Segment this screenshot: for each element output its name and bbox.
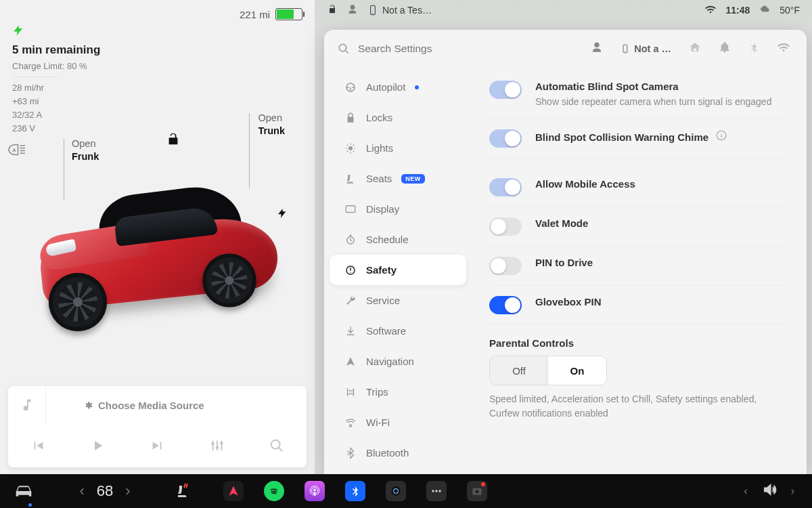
info-icon[interactable] bbox=[715, 129, 727, 144]
svg-point-1 bbox=[211, 442, 214, 445]
volume-icon[interactable] bbox=[761, 482, 777, 500]
car-area: Open Frunk Open Trunk bbox=[14, 112, 301, 356]
sidebar-item-schedule[interactable]: Schedule bbox=[330, 224, 466, 255]
hdr-homelink-icon[interactable] bbox=[689, 41, 701, 56]
dock-app-nav[interactable] bbox=[223, 481, 244, 501]
bottom-dock: ‹ 68 › ‹ › bbox=[0, 474, 812, 508]
svg-point-5 bbox=[372, 13, 373, 14]
sidebar-item-autopilot[interactable]: Autopilot bbox=[330, 72, 466, 102]
label-mobile-access: Allow Mobile Access bbox=[535, 178, 789, 190]
search-input[interactable] bbox=[358, 43, 507, 55]
sidebar-item-navigation[interactable]: Navigation bbox=[330, 346, 466, 377]
dock-seat-heat-button[interactable] bbox=[162, 482, 203, 501]
toggle-mobile-access[interactable] bbox=[489, 178, 522, 196]
hdr-bluetooth-icon[interactable] bbox=[748, 41, 759, 56]
dock-indicator-dot-icon bbox=[28, 503, 32, 507]
range-text: 221 mi bbox=[240, 9, 270, 20]
toggle-pin-to-drive[interactable] bbox=[489, 257, 522, 275]
media-next-button[interactable] bbox=[127, 438, 187, 453]
status-lock-icon[interactable] bbox=[327, 4, 338, 17]
media-prev-button[interactable] bbox=[8, 438, 68, 453]
bolt-icon bbox=[12, 23, 302, 42]
label-pin-to-drive: PIN to Drive bbox=[535, 257, 789, 268]
sidebar-item-lights[interactable]: Lights bbox=[330, 133, 466, 163]
parental-heading: Parental Controls bbox=[489, 337, 789, 349]
car-model-render[interactable] bbox=[34, 173, 284, 329]
dot-indicator-icon bbox=[415, 85, 419, 89]
status-user-icon[interactable] bbox=[347, 4, 358, 17]
toggle-glovebox-pin[interactable] bbox=[489, 296, 522, 314]
dock-car-button[interactable] bbox=[0, 482, 47, 501]
toggle-valet-mode[interactable] bbox=[489, 217, 522, 236]
parental-toggle: Off On bbox=[489, 356, 607, 385]
frunk-button[interactable]: Open Frunk bbox=[72, 137, 99, 163]
temp-up-button[interactable]: › bbox=[125, 482, 130, 500]
charge-added: +63 mi bbox=[12, 95, 60, 108]
sidebar-item-wifi[interactable]: Wi-Fi bbox=[330, 407, 466, 438]
sidebar-item-display[interactable]: Display bbox=[330, 194, 466, 224]
dock-app-bluetooth[interactable] bbox=[345, 481, 365, 501]
svg-point-21 bbox=[438, 490, 441, 492]
choose-media-source[interactable]: ✱ Choose Media Source bbox=[46, 400, 307, 411]
sidebar-item-locks[interactable]: Locks bbox=[330, 102, 466, 133]
hdr-device[interactable]: Not a … bbox=[621, 43, 671, 55]
svg-point-20 bbox=[435, 490, 437, 492]
dock-app-spotify[interactable] bbox=[264, 481, 284, 501]
sub-blindspot-camera: Show side repeater camera when turn sign… bbox=[535, 95, 789, 108]
status-bar: Not a Tes… 11:48 50°F bbox=[315, 0, 812, 20]
parental-off-button[interactable]: Off bbox=[490, 356, 548, 385]
toggle-blindspot-camera[interactable] bbox=[489, 81, 522, 99]
status-weather-icon[interactable] bbox=[759, 4, 770, 17]
sidebar-item-safety[interactable]: Safety bbox=[330, 255, 466, 285]
sidebar-item-trips[interactable]: Trips bbox=[330, 377, 466, 407]
settings-overlay: Not a … Autopilot Locks Lights SeatsNEW … bbox=[315, 20, 812, 474]
vol-down-button[interactable]: ‹ bbox=[744, 485, 747, 497]
search-wrap[interactable] bbox=[331, 43, 591, 55]
settings-modal: Not a … Autopilot Locks Lights SeatsNEW … bbox=[324, 30, 807, 474]
parental-desc: Speed limited, Acceleration set to Chill… bbox=[489, 392, 789, 421]
sidebar-item-service[interactable]: Service bbox=[330, 285, 466, 316]
frunk-label-line1: Open bbox=[72, 137, 99, 150]
left-pane: 221 mi 5 min remaining Charge Limit: 80 … bbox=[0, 0, 315, 474]
sidebar-item-seats[interactable]: SeatsNEW bbox=[330, 163, 466, 194]
music-note-icon[interactable] bbox=[8, 386, 46, 424]
svg-point-14 bbox=[313, 489, 316, 492]
hdr-user-icon[interactable] bbox=[591, 41, 603, 56]
status-wifi-icon[interactable] bbox=[705, 4, 716, 17]
svg-point-3 bbox=[220, 442, 223, 444]
status-device-label: Not a Tes… bbox=[382, 5, 432, 16]
vol-up-button[interactable]: › bbox=[791, 485, 794, 497]
dock-app-more[interactable] bbox=[426, 481, 447, 501]
media-play-button[interactable] bbox=[68, 438, 127, 454]
media-search-button[interactable] bbox=[247, 438, 307, 453]
status-temp: 50°F bbox=[780, 5, 800, 16]
svg-point-2 bbox=[216, 446, 219, 449]
trunk-label-line2: Trunk bbox=[258, 125, 285, 137]
media-eq-button[interactable] bbox=[187, 438, 247, 453]
cabin-temp[interactable]: 68 bbox=[97, 482, 113, 500]
label-glovebox-pin: Glovebox PIN bbox=[535, 296, 789, 308]
toggle-blindspot-chime[interactable] bbox=[489, 129, 522, 148]
hdr-bell-icon[interactable] bbox=[719, 41, 731, 56]
charge-limit[interactable]: Charge Limit: 80 % bbox=[12, 61, 302, 71]
status-device[interactable]: Not a Tes… bbox=[367, 5, 432, 16]
trunk-button[interactable]: Open Trunk bbox=[258, 112, 285, 137]
dock-app-camera[interactable] bbox=[386, 481, 406, 501]
media-source-label: Choose Media Source bbox=[98, 400, 204, 411]
sidebar-item-software[interactable]: Software bbox=[330, 316, 466, 346]
hdr-wifi-icon[interactable] bbox=[777, 41, 790, 56]
dock-app-dashcam[interactable] bbox=[467, 481, 487, 501]
label-blindspot-chime: Blind Spot Collision Warning Chime bbox=[535, 131, 708, 143]
parental-on-button[interactable]: On bbox=[548, 356, 606, 385]
temp-down-button[interactable]: ‹ bbox=[79, 482, 84, 500]
dock-app-podcasts[interactable] bbox=[304, 481, 325, 501]
unlock-icon[interactable] bbox=[166, 132, 181, 150]
frunk-label-line2: Frunk bbox=[72, 150, 99, 163]
sidebar-item-bluetooth[interactable]: Bluetooth bbox=[330, 438, 466, 468]
svg-point-19 bbox=[432, 490, 434, 492]
hdr-device-label: Not a … bbox=[634, 43, 671, 54]
label-valet-mode: Valet Mode bbox=[535, 217, 789, 229]
settings-content: Automatic Blind Spot Camera Show side re… bbox=[472, 68, 807, 474]
svg-rect-10 bbox=[346, 205, 355, 212]
media-card: ✱ Choose Media Source bbox=[8, 386, 307, 467]
